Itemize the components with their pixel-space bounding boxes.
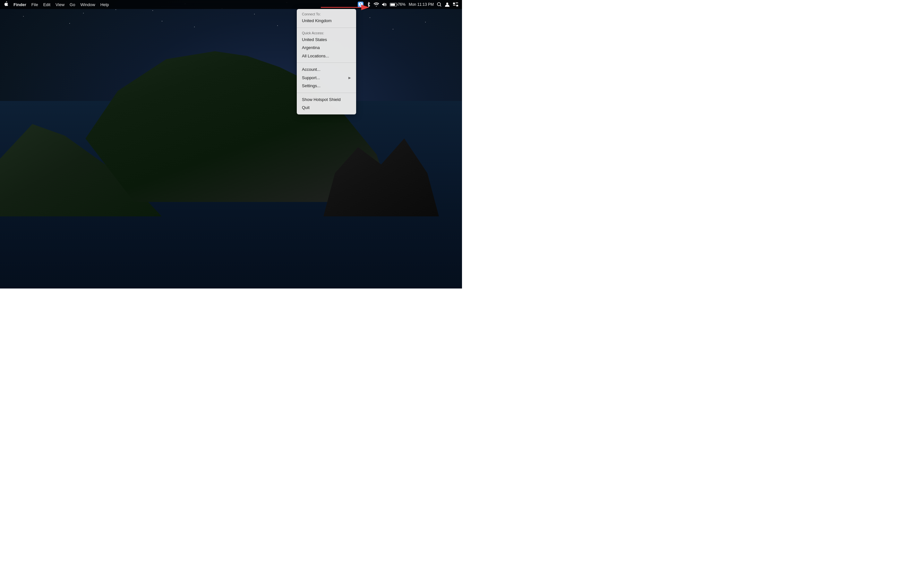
datetime-display[interactable]: Mon 11:13 PM bbox=[409, 2, 434, 7]
window-menu[interactable]: Window bbox=[80, 2, 95, 7]
battery-indicator[interactable]: 76% bbox=[390, 2, 405, 7]
support-submenu-arrow: ▶ bbox=[349, 75, 351, 80]
go-menu[interactable]: Go bbox=[69, 2, 75, 7]
svg-rect-8 bbox=[456, 5, 458, 6]
svg-rect-6 bbox=[456, 3, 458, 3]
menubar-right: 76% Mon 11:13 PM bbox=[358, 2, 458, 7]
svg-rect-5 bbox=[453, 3, 455, 4]
menu-item-support[interactable]: Support... ▶ bbox=[297, 74, 356, 82]
battery-body bbox=[390, 3, 397, 6]
spotlight-search-icon[interactable] bbox=[437, 2, 441, 7]
battery-percent-label: 76% bbox=[398, 2, 405, 7]
actions-section: Show Hotspot Shield Quit bbox=[297, 94, 356, 113]
battery-fill bbox=[391, 3, 395, 6]
apple-menu[interactable] bbox=[4, 1, 8, 8]
connected-country[interactable]: United Kingdom bbox=[297, 17, 356, 25]
svg-line-3 bbox=[440, 5, 441, 6]
hotspot-shield-dropdown: Connect To: United Kingdom Quick Access:… bbox=[297, 9, 356, 114]
wifi-icon[interactable] bbox=[374, 3, 379, 6]
quick-access-label: Quick Access: bbox=[297, 31, 356, 35]
menu-item-all-locations[interactable]: All Locations... bbox=[297, 52, 356, 60]
hotspot-shield-menubar-icon[interactable] bbox=[358, 2, 363, 7]
help-menu[interactable]: Help bbox=[100, 2, 109, 7]
menubar-left: Finder File Edit View Go Window Help bbox=[4, 1, 358, 8]
menu-item-settings[interactable]: Settings... bbox=[297, 82, 356, 90]
file-menu[interactable]: File bbox=[31, 2, 38, 7]
connect-to-section: Connect To: United Kingdom bbox=[297, 10, 356, 26]
user-icon[interactable] bbox=[445, 2, 450, 7]
finder-menu[interactable]: Finder bbox=[13, 2, 26, 7]
menu-item-quit[interactable]: Quit bbox=[297, 103, 356, 112]
svg-point-2 bbox=[437, 3, 441, 6]
menu-item-united-states[interactable]: United States bbox=[297, 35, 356, 44]
connect-to-label: Connect To: bbox=[297, 11, 356, 17]
volume-icon[interactable] bbox=[382, 3, 387, 6]
view-menu[interactable]: View bbox=[55, 2, 65, 7]
menu-item-argentina[interactable]: Argentina bbox=[297, 44, 356, 52]
quick-access-section: Quick Access: United States Argentina Al… bbox=[297, 29, 356, 61]
battery-icon bbox=[390, 3, 397, 6]
menu-item-account[interactable]: Account... bbox=[297, 65, 356, 74]
svg-rect-7 bbox=[453, 5, 456, 5]
desktop bbox=[0, 0, 462, 288]
svg-point-4 bbox=[446, 3, 448, 5]
separator-1 bbox=[297, 27, 356, 28]
menu-item-show-hotspot-shield[interactable]: Show Hotspot Shield bbox=[297, 95, 356, 104]
separator-3 bbox=[297, 93, 356, 93]
menubar: Finder File Edit View Go Window Help bbox=[0, 0, 462, 9]
control-center-icon[interactable] bbox=[453, 3, 458, 6]
edit-menu[interactable]: Edit bbox=[43, 2, 50, 7]
support-label: Support... bbox=[302, 75, 320, 81]
account-section: Account... Support... ▶ Settings... bbox=[297, 64, 356, 91]
separator-2 bbox=[297, 63, 356, 63]
bluetooth-icon[interactable] bbox=[367, 2, 371, 7]
